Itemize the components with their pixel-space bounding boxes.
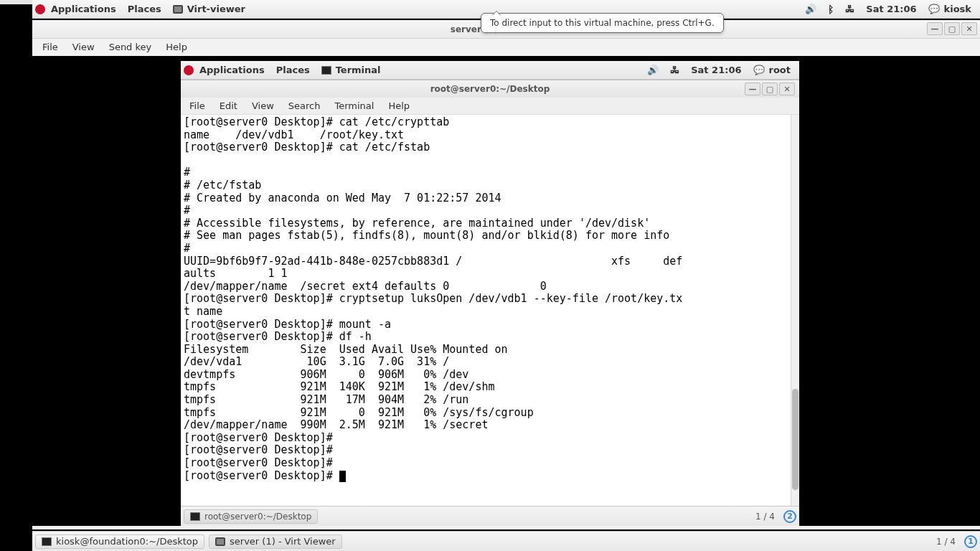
menu-view[interactable]: View	[65, 40, 102, 54]
guest-desktop: Applications Places Terminal Sat 21:06 r…	[181, 61, 799, 526]
cursor-icon	[339, 471, 346, 482]
guest-user-menu[interactable]: root	[748, 63, 797, 77]
terminal-menubar: File Edit View Search Terminal Help	[181, 98, 799, 115]
monitor-icon	[215, 537, 225, 546]
guest-bottom-panel: root@server0:~/Desktop 1 / 4 2	[181, 506, 799, 526]
terminal-body[interactable]: [root@server0 Desktop]# cat /etc/cryptta…	[181, 115, 799, 506]
menu-help[interactable]: Help	[159, 40, 194, 54]
guest-places-menu[interactable]: Places	[270, 63, 316, 77]
host-task-terminal[interactable]: kiosk@foundation0:~/Desktop	[35, 534, 204, 549]
host-workspace-badge[interactable]: 1	[964, 535, 977, 548]
redhat-icon	[184, 65, 194, 75]
terminal-minimize-button[interactable]: —	[745, 83, 760, 95]
guest-volume-indicator[interactable]	[641, 63, 664, 77]
terminal-menu-file[interactable]: File	[182, 99, 212, 113]
terminal-maximize-button[interactable]: ▢	[762, 83, 778, 95]
menu-file[interactable]: File	[35, 40, 65, 54]
host-task1-label: kiosk@foundation0:~/Desktop	[56, 536, 198, 547]
volume-indicator[interactable]	[799, 2, 822, 16]
chat-icon	[753, 65, 765, 75]
terminal-menu-search[interactable]: Search	[281, 99, 328, 113]
active-app-label: Virt-viewer	[187, 4, 245, 14]
scrollbar-thumb[interactable]	[792, 389, 798, 491]
host-bottom-panel: kiosk@foundation0:~/Desktop server (1) -…	[32, 531, 980, 551]
monitor-icon	[173, 5, 183, 14]
terminal-menu-view[interactable]: View	[245, 99, 281, 113]
host-workspace-indicator[interactable]: 1 / 4	[932, 537, 960, 547]
host-task-virtviewer[interactable]: server (1) - Virt Viewer	[209, 534, 342, 549]
guest-clock[interactable]: Sat 21:06	[685, 63, 747, 77]
guest-active-app-label: Terminal	[336, 65, 381, 75]
close-button[interactable]: ✕	[961, 22, 977, 35]
user-label: kiosk	[944, 4, 971, 14]
applications-menu[interactable]: Applications	[45, 2, 122, 16]
virt-viewer-menubar: File View Send key Help	[32, 39, 980, 55]
terminal-menu-help[interactable]: Help	[381, 99, 417, 113]
network-icon	[670, 65, 679, 75]
guest-workspace-badge[interactable]: 2	[783, 510, 796, 523]
guest-task-terminal[interactable]: root@server0:~/Desktop	[184, 509, 318, 524]
network-indicator[interactable]	[839, 2, 860, 16]
input-hint-tooltip: To direct input to this virtual machine,…	[481, 13, 724, 33]
maximize-button[interactable]: ▢	[944, 22, 960, 35]
terminal-text: [root@server0 Desktop]# cat /etc/cryptta…	[184, 116, 682, 482]
terminal-close-button[interactable]: ✕	[779, 83, 795, 95]
guest-task-label: root@server0:~/Desktop	[204, 512, 311, 522]
terminal-icon	[190, 512, 200, 521]
terminal-window: root@server0:~/Desktop — ▢ ✕ File Edit V…	[181, 80, 799, 506]
guest-network-indicator[interactable]	[664, 63, 685, 77]
terminal-title: root@server0:~/Desktop	[430, 84, 550, 94]
terminal-output[interactable]: [root@server0 Desktop]# cat /etc/cryptta…	[181, 115, 799, 484]
bluetooth-indicator[interactable]	[822, 2, 839, 17]
menu-sendkey[interactable]: Send key	[102, 40, 159, 54]
terminal-menu-terminal[interactable]: Terminal	[327, 99, 381, 113]
guest-top-panel: Applications Places Terminal Sat 21:06 r…	[181, 61, 799, 80]
redhat-icon	[35, 4, 45, 14]
sound-icon	[805, 4, 816, 14]
chat-icon	[928, 4, 940, 14]
guest-workspace-indicator[interactable]: 1 / 4	[751, 512, 779, 522]
minimize-button[interactable]: —	[927, 22, 943, 35]
terminal-icon	[42, 537, 52, 546]
guest-applications-menu[interactable]: Applications	[194, 63, 270, 77]
host-task2-label: server (1) - Virt Viewer	[230, 536, 336, 547]
user-menu[interactable]: kiosk	[923, 2, 977, 16]
network-icon	[845, 4, 854, 14]
guest-active-app-indicator[interactable]: Terminal	[316, 63, 387, 77]
clock[interactable]: Sat 21:06	[860, 2, 922, 16]
sound-icon	[647, 65, 659, 75]
terminal-scrollbar[interactable]	[791, 115, 799, 506]
active-app-indicator[interactable]: Virt-viewer	[167, 2, 251, 16]
places-menu[interactable]: Places	[122, 2, 167, 16]
guest-user-label: root	[769, 65, 791, 75]
terminal-menu-edit[interactable]: Edit	[212, 99, 245, 113]
bluetooth-icon	[828, 4, 834, 15]
terminal-titlebar[interactable]: root@server0:~/Desktop — ▢ ✕	[181, 80, 799, 98]
terminal-icon	[321, 66, 331, 75]
